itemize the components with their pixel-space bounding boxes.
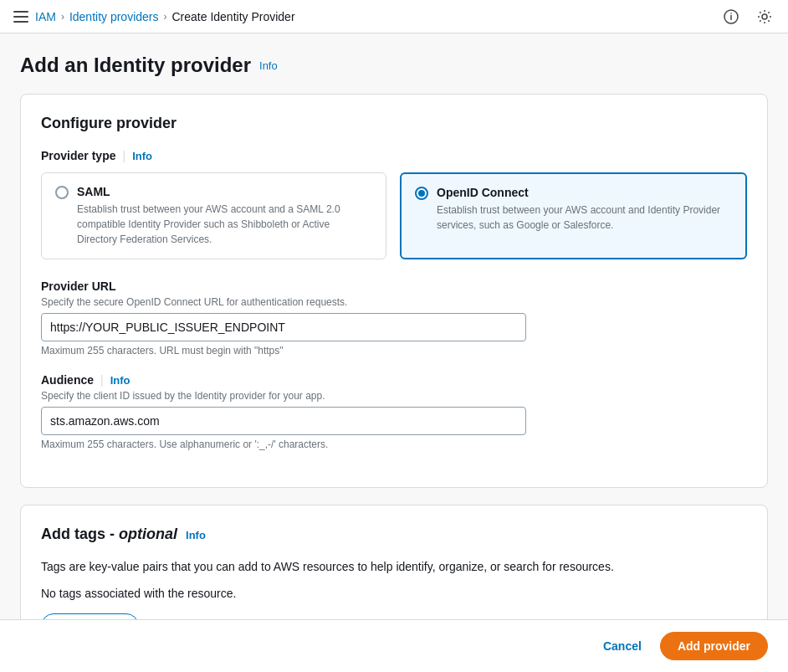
nav-icons xyxy=(721,7,775,27)
breadcrumb-sep-2: › xyxy=(164,11,167,23)
add-provider-button[interactable]: Add provider xyxy=(660,632,768,660)
provider-url-field: Provider URL Specify the secure OpenID C… xyxy=(41,280,747,357)
provider-type-label: Provider type | Info xyxy=(41,149,747,162)
configure-provider-card: Configure provider Provider type | Info … xyxy=(20,94,768,488)
provider-url-label: Provider URL xyxy=(41,280,747,293)
svg-point-2 xyxy=(730,13,732,14)
page-header: Add an Identity provider Info xyxy=(20,54,768,77)
page-content: Add an Identity provider Info Configure … xyxy=(0,33,788,672)
saml-desc: Establish trust between your AWS account… xyxy=(77,202,372,247)
tags-info-link[interactable]: Info xyxy=(186,529,206,541)
page-actions: Cancel Add provider xyxy=(0,619,788,672)
tags-description: Tags are key-value pairs that you can ad… xyxy=(41,560,747,573)
audience-input[interactable] xyxy=(41,407,526,435)
page-title: Add an Identity provider xyxy=(20,54,251,77)
saml-title: SAML xyxy=(77,185,372,198)
configure-provider-title: Configure provider xyxy=(41,115,747,132)
audience-field: Audience | Info Specify the client ID is… xyxy=(41,373,747,450)
add-tags-title: Add tags - optional Info xyxy=(41,526,747,543)
provider-options: SAML Establish trust between your AWS ac… xyxy=(41,172,747,259)
openid-radio[interactable] xyxy=(415,187,428,200)
openid-desc: Establish trust between your AWS account… xyxy=(437,203,732,233)
audience-desc: Specify the client ID issued by the Iden… xyxy=(41,390,747,402)
cancel-button[interactable]: Cancel xyxy=(595,634,650,658)
top-nav: IAM › Identity providers › Create Identi… xyxy=(0,0,788,33)
audience-label: Audience | Info xyxy=(41,373,747,387)
openid-title: OpenID Connect xyxy=(437,186,732,199)
info-circle-icon[interactable] xyxy=(721,7,741,27)
settings-icon[interactable] xyxy=(755,7,775,27)
provider-option-openid[interactable]: OpenID Connect Establish trust between y… xyxy=(400,172,747,259)
hamburger-menu[interactable] xyxy=(13,11,28,23)
breadcrumb-iam[interactable]: IAM xyxy=(35,10,56,23)
breadcrumb-sep-1: › xyxy=(61,11,64,23)
svg-point-3 xyxy=(762,14,767,19)
audience-hint: Maximum 255 characters. Use alphanumeric… xyxy=(41,439,747,450)
no-tags-text: No tags associated with the resource. xyxy=(41,587,747,600)
provider-option-saml[interactable]: SAML Establish trust between your AWS ac… xyxy=(41,172,386,259)
provider-url-input[interactable] xyxy=(41,313,526,341)
provider-url-desc: Specify the secure OpenID Connect URL fo… xyxy=(41,296,747,308)
audience-info-link[interactable]: Info xyxy=(110,374,130,387)
provider-url-hint: Maximum 255 characters. URL must begin w… xyxy=(41,345,747,357)
breadcrumb-current: Create Identity Provider xyxy=(172,10,295,23)
saml-radio[interactable] xyxy=(55,186,69,199)
breadcrumb: IAM › Identity providers › Create Identi… xyxy=(35,10,295,23)
page-info-link[interactable]: Info xyxy=(259,59,278,72)
provider-type-info-link[interactable]: Info xyxy=(132,150,152,162)
breadcrumb-identity-providers[interactable]: Identity providers xyxy=(69,10,159,23)
